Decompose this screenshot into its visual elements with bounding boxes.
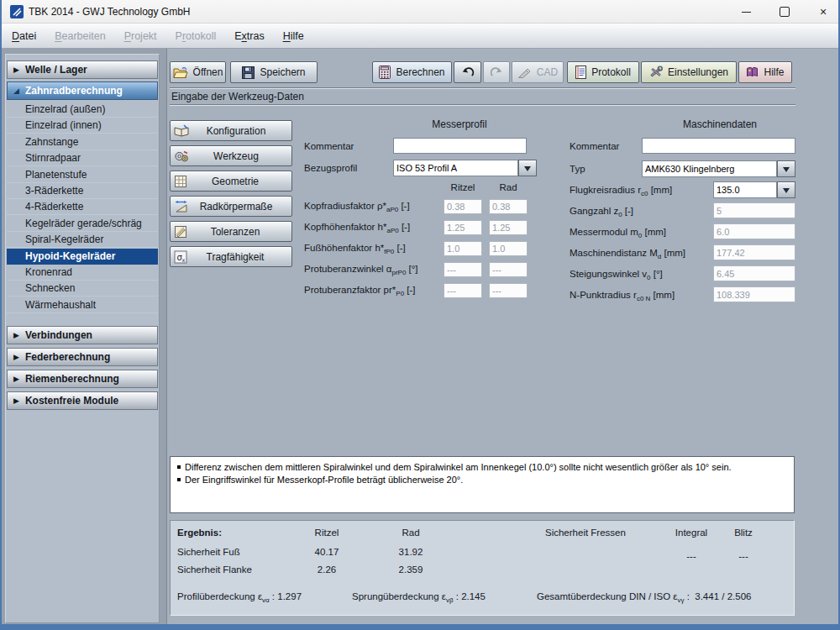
collapsed-arrow-icon: ▶: [13, 354, 19, 361]
sidebar-section-verbindungen[interactable]: ▶ Verbindungen: [7, 326, 158, 344]
fusshoehenfaktor-label: Fußhöhenfaktor h*fP0 [-]: [304, 243, 406, 255]
results-col-ritzel: Ritzel: [302, 528, 352, 538]
cad-icon: [517, 66, 532, 79]
maschinendistanz-label: Maschinendistanz Md [mm]: [570, 248, 685, 260]
typ-combo-input[interactable]: [642, 160, 777, 177]
tools-icon: [649, 66, 663, 79]
undo-button[interactable]: [454, 61, 481, 83]
result-value: ---: [666, 551, 717, 561]
maximize-button[interactable]: [766, 0, 803, 24]
hint-line: Differenz zwischen dem mittleren Spiralw…: [177, 461, 787, 474]
bullet-icon: [177, 478, 181, 481]
bullet-icon: [177, 465, 181, 469]
sidebar-item-planetenstufe[interactable]: Planetenstufe: [7, 167, 158, 183]
close-button[interactable]: ×: [805, 0, 840, 24]
sidebar-item-zahnstange[interactable]: Zahnstange: [7, 134, 158, 150]
kopfhoehenfaktor-rad-field: [489, 220, 528, 235]
cad-button: CAD: [512, 61, 564, 83]
open-folder-icon: [173, 66, 188, 79]
redo-icon: [490, 66, 503, 79]
kopfradiusfaktor-rad-field: [489, 199, 528, 214]
sidebar-item-3-raederkette[interactable]: 3-Räderkette: [7, 183, 158, 199]
steigungswinkel-field: [713, 265, 795, 281]
divider: [170, 104, 795, 106]
menu-datei[interactable]: Datei: [12, 30, 36, 42]
geometrie-button[interactable]: Geometrie: [170, 171, 292, 192]
kopfradiusfaktor-ritzel-field: [444, 199, 482, 214]
collapsed-arrow-icon: ▶: [13, 66, 19, 74]
bezugsprofil-dropdown-button[interactable]: [518, 160, 537, 176]
gesamtueberdeckung-value: Gesamtüberdeckung DIN / ISO εvγ : 3.441 …: [537, 591, 751, 604]
sidebar-item-4-raederkette[interactable]: 4-Räderkette: [7, 199, 158, 215]
konfiguration-button[interactable]: Konfiguration: [170, 120, 292, 141]
sidebar-item-einzelrad-aussen[interactable]: Einzelrad (außen): [7, 102, 158, 118]
collapsed-arrow-icon: ▶: [13, 397, 19, 405]
maschinendistanz-field: [713, 244, 795, 260]
hint-line: Der Eingriffswinkel für Messerkopf-Profi…: [177, 474, 787, 486]
grid-icon: [174, 175, 187, 188]
bezugsprofil-combo-input[interactable]: [393, 160, 518, 176]
sidebar-item-schnecken[interactable]: Schnecken: [7, 281, 158, 297]
kommentar-label: Kommentar: [304, 141, 354, 151]
save-button[interactable]: Speichern: [230, 61, 318, 83]
menu-extras[interactable]: Extras: [234, 30, 264, 42]
menu-hilfe[interactable]: Hilfe: [283, 30, 304, 42]
sigma-x-icon: σ x: [174, 250, 187, 264]
sidebar-item-kegelraeder[interactable]: Kegelräder gerade/schräg: [7, 216, 158, 232]
open-button[interactable]: Öffnen: [170, 61, 226, 83]
minimize-button[interactable]: [727, 0, 764, 24]
configuration-icon: [174, 124, 189, 138]
flugkreisradius-combo-input[interactable]: [713, 181, 777, 198]
typ-dropdown-button[interactable]: [777, 160, 795, 177]
calculate-button[interactable]: Berechnen: [372, 61, 452, 83]
measure-shape-icon: [174, 200, 189, 213]
protuberanzwinkel-rad-field: [489, 262, 528, 277]
menu-bearbeiten: Bearbeiten: [55, 30, 105, 42]
menu-protokoll: Protokoll: [176, 30, 217, 42]
chevron-down-icon: [783, 167, 790, 176]
steigungswinkel-label: Steigungswinkel v0 [°]: [570, 269, 663, 281]
rad-column-header: Rad: [489, 182, 528, 192]
sidebar-item-stirnradpaar[interactable]: Stirnradpaar: [7, 150, 158, 166]
sidebar-item-waermehaushalt[interactable]: Wärmehaushalt: [7, 297, 158, 313]
tragfaehigkeit-button[interactable]: σ x Tragfähigkeit: [170, 246, 292, 267]
result-row-label: Sicherheit Flanke: [177, 564, 252, 575]
menu-items: Datei Bearbeiten Projekt Protokoll Extra…: [12, 24, 304, 49]
gangzahl-field: [713, 202, 795, 218]
results-col-blitz: Blitz: [718, 528, 769, 538]
sidebar-item-hypoid-kegelraeder[interactable]: Hypoid-Kegelräder: [7, 249, 158, 265]
settings-button[interactable]: Einstellungen: [641, 61, 737, 83]
radkoerpermasse-button[interactable]: Radkörpermaße: [170, 196, 292, 217]
gears-icon: [174, 150, 189, 163]
help-button[interactable]: Hilfe: [738, 61, 792, 83]
ritzel-column-header: Ritzel: [444, 182, 482, 192]
svg-text:x: x: [182, 256, 186, 263]
toleranzen-button[interactable]: Toleranzen: [170, 221, 292, 242]
messerprofil-kommentar-input[interactable]: [393, 138, 527, 154]
sidebar-item-kronenrad[interactable]: Kronenrad: [7, 265, 158, 281]
sidebar-item-spiral-kegelraeder[interactable]: Spiral-Kegelräder: [7, 232, 158, 248]
sidebar-section-riemenberechnung[interactable]: ▶ Riemenberechnung: [7, 370, 158, 388]
sidebar-item-einzelrad-innen[interactable]: Einzelrad (innen): [7, 118, 158, 134]
minimize-icon: [742, 12, 751, 13]
tolerance-chart-icon: [174, 225, 187, 239]
sidebar-section-kostenfreie-module[interactable]: ▶ Kostenfreie Module: [7, 391, 158, 410]
profilueberdeckung-value: Profilüberdeckung εvα : 1.297: [177, 591, 302, 604]
sidebar-section-welle-lager[interactable]: ▶ Welle / Lager: [7, 60, 158, 79]
protocol-button[interactable]: Protokoll: [567, 61, 639, 83]
result-value: 2.359: [386, 564, 436, 575]
werkzeug-button[interactable]: Werkzeug: [170, 145, 292, 166]
flugkreisradius-dropdown-button[interactable]: [777, 181, 795, 198]
collapsed-arrow-icon: ▶: [13, 332, 19, 339]
kopfhoehenfaktor-label: Kopfhöhenfaktor h*aP0 [-]: [304, 222, 410, 234]
sidebar-section-federberechnung[interactable]: ▶ Federberechnung: [7, 348, 158, 366]
protuberanzwinkel-label: Protuberanzwinkel αprP0 [°]: [304, 264, 418, 276]
messermodul-label: Messermodul m0 [mm]: [570, 227, 666, 239]
n-punktradius-field: [713, 286, 795, 302]
redo-button: [483, 61, 510, 83]
sidebar-section-zahnradberechnung[interactable]: ◢ Zahnradberechnung: [7, 81, 158, 100]
maschinen-kommentar-input[interactable]: [642, 138, 795, 154]
protuberanzfaktor-rad-field: [489, 283, 528, 298]
maschinendaten-title: Maschinendaten: [644, 118, 795, 130]
results-col-rad: Rad: [386, 528, 436, 538]
